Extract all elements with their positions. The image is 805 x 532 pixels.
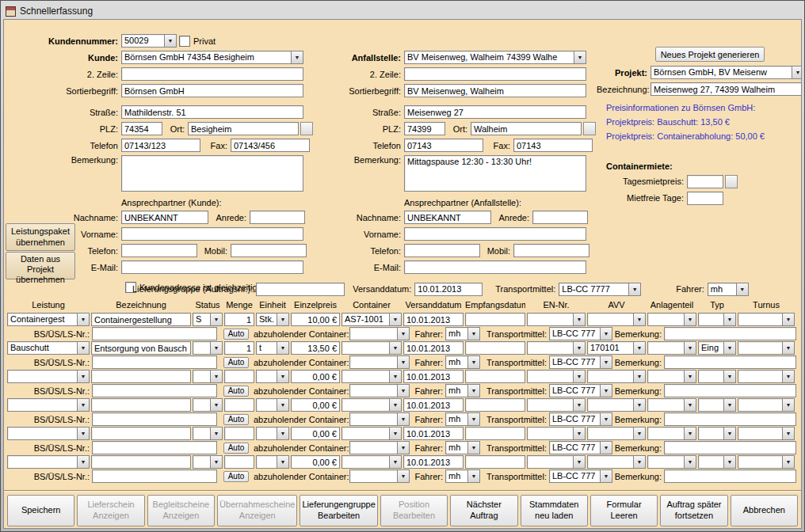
browse-button[interactable]	[583, 122, 596, 135]
anfallstelle-telefon2-input[interactable]	[404, 244, 480, 257]
einheit-combo[interactable]: ▼	[256, 398, 289, 412]
menge-input[interactable]	[224, 370, 254, 383]
chevron-down-icon[interactable]: ▼	[633, 341, 646, 355]
chevron-down-icon[interactable]: ▼	[397, 384, 410, 397]
en-nr-combo[interactable]: ▼	[527, 455, 586, 469]
chevron-down-icon[interactable]: ▼	[277, 427, 289, 440]
row-versanddatum-input[interactable]	[403, 455, 464, 469]
row-versanddatum-input[interactable]	[403, 398, 464, 412]
typ-combo[interactable]: ▼	[698, 370, 736, 383]
anlagenteil-combo[interactable]: ▼	[647, 370, 696, 383]
footer-button[interactable]: Formular Leeren	[590, 495, 658, 526]
chevron-down-icon[interactable]: ▼	[467, 412, 480, 426]
chevron-down-icon[interactable]: ▼	[600, 469, 612, 483]
sub-fahrer-combo[interactable]: mh ▼	[445, 355, 480, 369]
daten-aus-projekt-button[interactable]: Daten aus Projekt übernehmen	[6, 252, 75, 279]
auto-button[interactable]: Auto	[223, 414, 249, 425]
chevron-down-icon[interactable]: ▼	[684, 341, 696, 355]
chevron-down-icon[interactable]: ▼	[633, 398, 646, 412]
footer-button[interactable]: Auftrag später fortsetzen	[660, 495, 727, 526]
avv-combo[interactable]: ▼	[587, 313, 646, 326]
browse-button[interactable]	[725, 175, 738, 188]
chevron-down-icon[interactable]: ▼	[600, 412, 612, 426]
kunde-nachname-input[interactable]	[121, 211, 208, 224]
einheit-combo[interactable]: ▼	[256, 427, 289, 440]
menge-input[interactable]	[224, 313, 254, 326]
bs-nr-input[interactable]	[92, 469, 217, 483]
bs-nr-input[interactable]	[92, 384, 217, 397]
chevron-down-icon[interactable]: ▼	[164, 34, 177, 48]
chevron-down-icon[interactable]: ▼	[77, 313, 90, 326]
avv-combo[interactable]: ▼	[587, 398, 646, 412]
row-versanddatum-input[interactable]	[403, 341, 464, 355]
chevron-down-icon[interactable]: ▼	[389, 313, 402, 326]
chevron-down-icon[interactable]: ▼	[600, 384, 612, 397]
status-combo[interactable]: ▼	[193, 398, 223, 412]
kunde-plz-input[interactable]	[121, 122, 162, 135]
chevron-down-icon[interactable]: ▼	[782, 313, 795, 326]
menge-input[interactable]	[224, 398, 254, 412]
bs-nr-input[interactable]	[92, 327, 217, 340]
chevron-down-icon[interactable]: ▼	[633, 370, 646, 383]
chevron-down-icon[interactable]: ▼	[77, 398, 90, 412]
footer-button[interactable]: Speichern	[7, 495, 74, 526]
anfallstelle-ort-input[interactable]	[471, 122, 582, 135]
turnus-combo[interactable]: ▼	[738, 370, 795, 383]
projekt-combo[interactable]: Börnsen GmbH, BV Meisenw ▼	[650, 66, 802, 79]
anfallstelle-email-input[interactable]	[404, 260, 586, 274]
chevron-down-icon[interactable]: ▼	[397, 441, 410, 454]
row-versanddatum-input[interactable]	[403, 313, 464, 326]
container-combo[interactable]: ▼	[341, 341, 402, 355]
sub-fahrer-combo[interactable]: mh ▼	[445, 441, 480, 454]
abzuholender-container-combo[interactable]: ▼	[349, 412, 410, 426]
kunde-combo[interactable]: Börnsen GmbH 74354 Besigheim ▼	[121, 51, 303, 64]
chevron-down-icon[interactable]: ▼	[77, 427, 90, 440]
empfangsdatum-input[interactable]	[465, 427, 525, 440]
typ-combo[interactable]: ▼	[698, 313, 736, 326]
typ-combo[interactable]: ▼	[698, 398, 736, 412]
chevron-down-icon[interactable]: ▼	[210, 427, 223, 440]
abzuholender-container-combo[interactable]: ▼	[349, 384, 410, 397]
sub-transportmittel-combo[interactable]: LB-CC 777 ▼	[549, 355, 612, 369]
anlagenteil-combo[interactable]: ▼	[647, 341, 696, 355]
sub-bemerkung-input[interactable]	[664, 412, 796, 426]
auto-button[interactable]: Auto	[223, 357, 249, 368]
bezeichnung-input[interactable]	[91, 455, 191, 469]
anlagenteil-combo[interactable]: ▼	[647, 313, 696, 326]
chevron-down-icon[interactable]: ▼	[467, 327, 480, 340]
lieferungsgruppe-input[interactable]	[256, 283, 345, 296]
anfallstelle-zeile2-input[interactable]	[404, 67, 586, 81]
chevron-down-icon[interactable]: ▼	[210, 398, 223, 412]
sub-bemerkung-input[interactable]	[664, 355, 796, 369]
avv-combo[interactable]: ▼	[587, 370, 646, 383]
chevron-down-icon[interactable]: ▼	[389, 370, 402, 383]
turnus-combo[interactable]: ▼	[738, 341, 795, 355]
anfallstelle-mobil-input[interactable]	[513, 244, 589, 257]
bezeichnung-input[interactable]	[91, 313, 191, 326]
chevron-down-icon[interactable]: ▼	[573, 427, 586, 440]
chevron-down-icon[interactable]: ▼	[573, 313, 586, 326]
neues-projekt-button[interactable]: Neues Projekt generieren	[655, 47, 765, 62]
chevron-down-icon[interactable]: ▼	[684, 398, 696, 412]
chevron-down-icon[interactable]: ▼	[277, 341, 289, 355]
bezeichnung-input[interactable]	[91, 427, 191, 440]
chevron-down-icon[interactable]: ▼	[467, 441, 480, 454]
chevron-down-icon[interactable]: ▼	[291, 51, 303, 64]
abzuholender-container-combo[interactable]: ▼	[349, 355, 410, 369]
kunde-anrede-input[interactable]	[250, 211, 305, 224]
empfangsdatum-input[interactable]	[465, 313, 525, 326]
chevron-down-icon[interactable]: ▼	[600, 441, 612, 454]
anfallstelle-nachname-input[interactable]	[404, 211, 491, 224]
chevron-down-icon[interactable]: ▼	[782, 455, 795, 469]
footer-button[interactable]: Lieferungengruppe Bearbeiten	[299, 495, 377, 526]
status-combo[interactable]: ▼	[193, 455, 223, 469]
auto-button[interactable]: Auto	[223, 443, 249, 454]
chevron-down-icon[interactable]: ▼	[633, 313, 646, 326]
auto-button[interactable]: Auto	[223, 329, 249, 340]
en-nr-combo[interactable]: ▼	[527, 398, 586, 412]
chevron-down-icon[interactable]: ▼	[600, 327, 612, 340]
en-nr-combo[interactable]: ▼	[527, 341, 586, 355]
chevron-down-icon[interactable]: ▼	[277, 398, 289, 412]
chevron-down-icon[interactable]: ▼	[723, 313, 736, 326]
anfallstelle-anrede-input[interactable]	[532, 211, 588, 224]
